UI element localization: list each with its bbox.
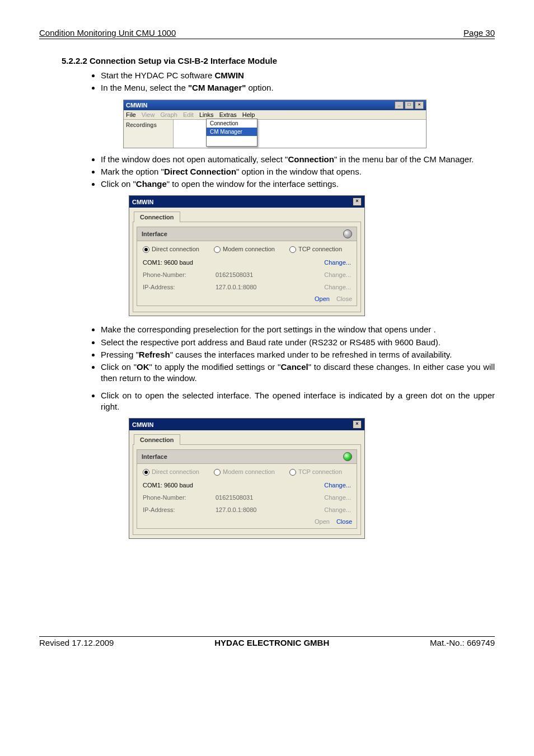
row-value: 01621508031 [216, 494, 306, 501]
interface-row: Phone-Number:01621508031Change... [137, 491, 357, 504]
menubar-screenshot: CMWIN _ □ × FileViewGraphEditLinksExtras… [123, 100, 427, 148]
dialog-tab[interactable]: Connection [134, 434, 180, 445]
interface-row: Phone-Number:01621508031Change... [137, 269, 357, 281]
close-link: Close [336, 295, 352, 302]
radio-icon [289, 246, 296, 253]
bullet-item: Mark the option "Direct Connection" opti… [101, 166, 495, 177]
row-label: Phone-Number: [143, 271, 216, 278]
group-title: Interface [142, 231, 167, 237]
change-link: Change... [306, 494, 351, 501]
menu-item[interactable]: Edit [183, 111, 194, 118]
bullet-list-c: Make the corresponding preselection for … [39, 324, 495, 384]
connection-dialog-closed: CMWIN×ConnectionInterfaceDirect connecti… [129, 195, 365, 316]
radio-icon [143, 469, 149, 476]
radio-option[interactable]: TCP connection [289, 468, 342, 476]
mini-menubar: FileViewGraphEditLinksExtrasHelp [124, 110, 426, 120]
close-icon[interactable]: × [415, 101, 424, 109]
radio-icon [214, 246, 221, 253]
dialog-tab[interactable]: Connection [134, 212, 180, 222]
mini-sidebar: Recordings [124, 120, 174, 148]
window-controls: _ □ × [395, 101, 424, 109]
section-title: 5.2.2.2 Connection Setup via CSI-B-2 Int… [62, 56, 495, 65]
radio-icon [289, 469, 296, 476]
interface-row: COM1: 9600 baudChange... [137, 479, 357, 491]
row-value: 01621508031 [216, 271, 306, 278]
menu-item[interactable]: View [142, 111, 155, 118]
bullet-item: Select the respective port address and B… [101, 337, 495, 348]
row-label: IP-Address: [143, 284, 216, 290]
footer-right: Mat.-No.: 669749 [430, 638, 495, 647]
page-header: Condition Monitoring Unit CMU 1000 Page … [39, 28, 495, 39]
bullet-item: In the Menu, select the "CM Manager" opt… [101, 82, 495, 93]
bullet-item: If the window does not open automaticall… [101, 154, 495, 165]
change-link: Change... [306, 271, 351, 278]
bullet-item: Click on "OK" to apply the modified sett… [101, 361, 495, 384]
menu-item[interactable]: Extras [219, 111, 237, 118]
radio-icon [214, 469, 221, 476]
menu-item[interactable]: Help [242, 111, 255, 118]
header-right: Page 30 [463, 28, 495, 37]
close-link[interactable]: Close [336, 518, 352, 525]
interface-row: IP-Address:127.0.0.1:8080Change... [137, 281, 357, 293]
bullet-item: Click on to open the selected interface.… [101, 390, 495, 413]
bullet-list-a: Start the HYDAC PC software CMWINIn the … [39, 70, 495, 94]
change-link: Change... [306, 506, 351, 513]
bullet-item: Make the corresponding preselection for … [101, 324, 495, 335]
dropdown-item[interactable]: Connection [207, 119, 257, 128]
dialog-title: CMWIN [132, 199, 154, 205]
bullet-item: Start the HYDAC PC software CMWIN [101, 70, 495, 81]
interface-row: COM1: 9600 baudChange... [137, 256, 357, 269]
bullet-item: Pressing "Refresh" causes the interfaces… [101, 349, 495, 360]
menu-item[interactable]: Graph [160, 111, 177, 118]
mini-dropdown: ConnectionCM Manager [206, 119, 257, 147]
page-footer: Revised 17.12.2009 HYDAC ELECTRONIC GMBH… [39, 636, 495, 649]
radio-option[interactable]: Direct connection [143, 468, 199, 476]
row-label: COM1: 9600 baud [143, 482, 216, 489]
radio-option[interactable]: Modem connection [214, 246, 275, 253]
radio-option[interactable]: Modem connection [214, 468, 275, 476]
interface-row: IP-Address:127.0.0.1:8080Change... [137, 504, 357, 516]
group-title: Interface [142, 453, 167, 460]
footer-center: HYDAC ELECTRONIC GMBH [214, 638, 329, 647]
row-label: Phone-Number: [143, 494, 216, 501]
close-icon[interactable]: × [353, 420, 362, 429]
mini-title-text: CMWIN [126, 102, 148, 109]
connection-dialog-open: CMWIN×ConnectionInterfaceDirect connecti… [129, 418, 365, 539]
row-label: COM1: 9600 baud [143, 259, 216, 266]
minimize-icon[interactable]: _ [395, 101, 404, 109]
change-link[interactable]: Change... [306, 259, 351, 266]
radio-option[interactable]: TCP connection [289, 246, 342, 253]
radio-option[interactable]: Direct connection [143, 246, 199, 253]
open-link: Open [315, 518, 330, 525]
menu-item[interactable]: Links [199, 111, 214, 118]
menu-item[interactable]: File [126, 111, 136, 118]
radio-icon [143, 246, 149, 253]
change-link[interactable]: Change... [306, 482, 351, 489]
row-value: 127.0.0.1:8080 [216, 284, 306, 290]
dialog-title: CMWIN [132, 421, 154, 428]
maximize-icon[interactable]: □ [405, 101, 414, 109]
row-value: 127.0.0.1:8080 [216, 506, 306, 513]
status-led-icon [343, 452, 352, 461]
change-link: Change... [306, 284, 351, 290]
dropdown-item[interactable]: CM Manager [207, 128, 257, 136]
header-left: Condition Monitoring Unit CMU 1000 [39, 28, 176, 37]
bullet-list-d: Click on to open the selected interface.… [39, 390, 495, 413]
status-led-icon [343, 229, 352, 238]
footer-left: Revised 17.12.2009 [39, 638, 114, 647]
open-link[interactable]: Open [315, 295, 330, 302]
row-label: IP-Address: [143, 506, 216, 513]
bullet-list-b: If the window does not open automaticall… [39, 154, 495, 190]
close-icon[interactable]: × [353, 198, 362, 206]
bullet-item: Click on "Change" to open the window for… [101, 179, 495, 190]
